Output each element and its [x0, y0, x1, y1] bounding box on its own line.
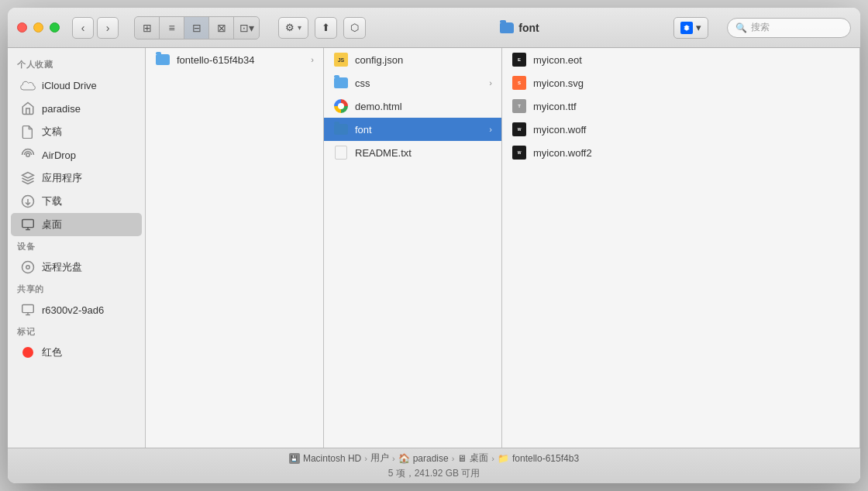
- sidebar-item-apps-label: 应用程序: [42, 171, 82, 185]
- folder-icon: [333, 122, 349, 137]
- sidebar-item-documents[interactable]: 文稿: [11, 120, 142, 143]
- sidebar-item-apps[interactable]: 应用程序: [11, 167, 142, 190]
- sidebar-item-optical[interactable]: 远程光盘: [11, 256, 142, 279]
- gallery-view-button[interactable]: ⊠: [209, 17, 234, 39]
- sidebar-item-r6300[interactable]: r6300v2-9ad6: [11, 298, 142, 321]
- file-name: css: [355, 77, 370, 89]
- woff-icon: W: [512, 122, 527, 137]
- file-name: README.txt: [355, 147, 412, 159]
- chrome-icon: [333, 98, 349, 114]
- search-box[interactable]: 🔍 搜索: [727, 18, 851, 38]
- view-button-group: ⊞ ≡ ⊟ ⊠ ⊡▾: [134, 16, 260, 39]
- finder-window: ‹ › ⊞ ≡ ⊟ ⊠ ⊡▾ ⚙ ⬆ ⬡ font: [8, 8, 860, 483]
- chevron-right-icon: ›: [311, 55, 314, 64]
- share-button[interactable]: ⬆: [315, 17, 337, 39]
- breadcrumb-sep-2: ›: [392, 454, 395, 463]
- list-item[interactable]: README.txt: [324, 141, 501, 164]
- sidebar-item-desktop[interactable]: 桌面: [11, 213, 142, 236]
- list-item[interactable]: demo.html: [324, 94, 501, 118]
- breadcrumb-fontello: fontello-615f4b3: [512, 453, 579, 464]
- sidebar-item-airdrop[interactable]: AirDrop: [11, 143, 142, 167]
- columns-area: fontello-615f4b34 › JS config.json: [146, 48, 860, 448]
- svg-rect-4: [22, 219, 34, 227]
- list-item[interactable]: T myicon.ttf: [502, 94, 859, 118]
- minimize-button[interactable]: [33, 22, 43, 33]
- sidebar-item-icloud-label: iCloud Drive: [42, 80, 97, 91]
- gear-icon: ⚙: [285, 22, 294, 33]
- sidebar-section-shared: 共享的: [8, 279, 145, 298]
- dropbox-label: ▾: [696, 22, 701, 33]
- hd-icon: 💾: [289, 453, 300, 464]
- fullscreen-button[interactable]: [50, 22, 60, 33]
- airdrop-icon: [20, 147, 36, 163]
- desktop-icon: [20, 217, 36, 232]
- svg-point-8: [26, 266, 30, 270]
- dropbox-button[interactable]: ▾: [673, 17, 708, 39]
- txt-icon: [333, 145, 349, 160]
- sidebar-item-downloads[interactable]: 下载: [11, 190, 142, 213]
- icon-view-button[interactable]: ⊞: [135, 17, 160, 39]
- screen-icon: [20, 302, 36, 318]
- cover-flow-button[interactable]: ⊡▾: [234, 17, 259, 39]
- action-menu-button[interactable]: ⚙: [278, 17, 308, 39]
- sidebar-section-favorites: 个人收藏: [8, 54, 145, 74]
- file-name: myicon.woff2: [533, 147, 592, 159]
- file-name: fontello-615f4b34: [177, 54, 254, 66]
- file-name: config.json: [355, 54, 403, 66]
- sidebar-item-airdrop-label: AirDrop: [42, 149, 76, 161]
- breadcrumb-desktop-icon: 🖥: [457, 453, 467, 464]
- chevron-right-icon: ›: [489, 78, 492, 88]
- download-icon: [20, 194, 36, 209]
- list-item[interactable]: fontello-615f4b34 ›: [146, 48, 323, 71]
- list-item[interactable]: W myicon.woff2: [502, 141, 859, 164]
- disc-icon: [20, 259, 36, 275]
- traffic-lights: [17, 22, 60, 33]
- dropbox-icon: [680, 22, 693, 34]
- breadcrumb: 💾 Macintosh HD › 用户 › 🏠 paradise › 🖥 桌面 …: [289, 452, 579, 465]
- sidebar-item-downloads-label: 下载: [42, 194, 62, 208]
- breadcrumb-paradise-icon: 🏠: [398, 453, 410, 464]
- breadcrumb-sep-4: ›: [491, 454, 494, 463]
- back-button[interactable]: ‹: [72, 17, 94, 39]
- icloud-icon: [20, 77, 36, 93]
- nav-buttons: ‹ ›: [72, 17, 119, 39]
- svg-point-7: [22, 262, 34, 273]
- sidebar-item-paradise[interactable]: paradise: [11, 97, 142, 120]
- sidebar-item-red-tag[interactable]: 红色: [11, 341, 142, 364]
- list-view-button[interactable]: ≡: [160, 17, 184, 39]
- sidebar-section-tags: 标记: [8, 321, 145, 341]
- folder-icon: [500, 22, 514, 33]
- window-title: font: [372, 22, 667, 34]
- main-content: 个人收藏 iCloud Drive paradise: [8, 48, 860, 448]
- forward-button[interactable]: ›: [97, 17, 119, 39]
- folder-icon: [155, 52, 170, 67]
- column-view-button[interactable]: ⊟: [184, 17, 209, 39]
- sidebar-item-paradise-label: paradise: [42, 103, 81, 115]
- list-item[interactable]: JS config.json: [324, 48, 501, 71]
- folder-icon: [333, 75, 349, 91]
- file-name: myicon.svg: [533, 77, 584, 89]
- list-item[interactable]: css ›: [324, 71, 501, 94]
- column-1: fontello-615f4b34 ›: [146, 48, 324, 448]
- list-item[interactable]: font ›: [324, 118, 501, 141]
- column-3: E myicon.eot S myicon.svg T myicon.tt: [502, 48, 859, 448]
- sidebar-item-desktop-label: 桌面: [42, 218, 62, 232]
- breadcrumb-folder-icon: 📁: [498, 453, 509, 464]
- list-item[interactable]: E myicon.eot: [502, 48, 859, 71]
- status-text: 5 项，241.92 GB 可用: [388, 467, 480, 480]
- eot-icon: E: [512, 52, 527, 67]
- file-name: myicon.eot: [533, 54, 582, 66]
- search-placeholder: 搜索: [751, 21, 770, 34]
- list-item[interactable]: W myicon.woff: [502, 118, 859, 141]
- list-item[interactable]: S myicon.svg: [502, 71, 859, 94]
- titlebar: ‹ › ⊞ ≡ ⊟ ⊠ ⊡▾ ⚙ ⬆ ⬡ font: [8, 8, 860, 48]
- breadcrumb-paradise: paradise: [413, 453, 449, 464]
- tag-button[interactable]: ⬡: [343, 17, 366, 39]
- file-name: myicon.ttf: [533, 101, 577, 112]
- svg-icon: S: [512, 75, 527, 91]
- sidebar-item-icloud[interactable]: iCloud Drive: [11, 74, 142, 97]
- tag-icon: ⬡: [350, 22, 359, 33]
- ttf-icon: T: [512, 98, 527, 114]
- close-button[interactable]: [17, 22, 27, 33]
- json-icon: JS: [333, 52, 349, 67]
